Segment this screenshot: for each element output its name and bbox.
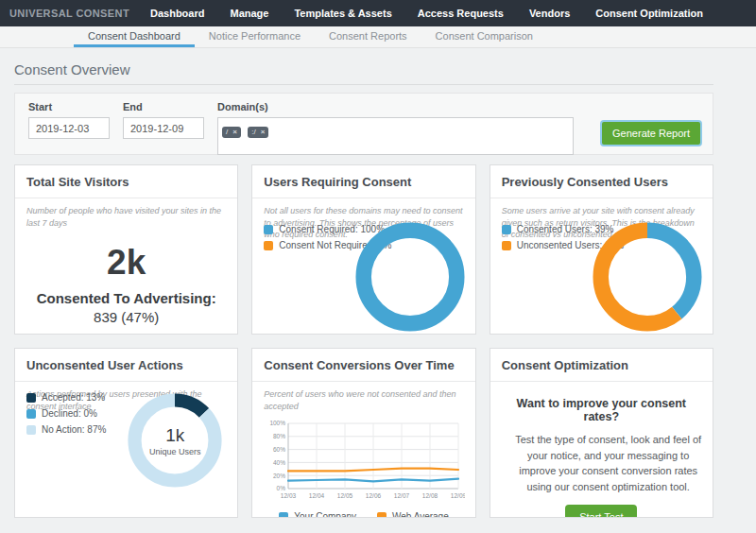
nav-item[interactable]: Manage <box>230 8 268 19</box>
optimization-body: Want to improve your consent rates? Test… <box>490 382 713 518</box>
svg-text:80%: 80% <box>273 433 285 439</box>
legend-swatch <box>264 225 273 234</box>
donut-chart-container <box>593 222 702 332</box>
legend-swatch <box>264 241 273 250</box>
domains-group: Domain(s) /× :/× <box>217 101 574 146</box>
previously-consented-users-card: Previously Consented Users Some users ar… <box>490 164 713 335</box>
donut-chart-container <box>355 222 465 332</box>
users-requiring-consent-card: Users Requiring Consent Not all users fo… <box>251 164 475 335</box>
remove-tag-icon[interactable]: × <box>232 129 237 136</box>
end-date-input[interactable] <box>123 117 204 139</box>
legend-item: Web Average <box>377 511 449 518</box>
svg-text:0%: 0% <box>277 485 286 491</box>
end-date-group: End <box>123 101 204 146</box>
legend-swatch <box>377 512 387 518</box>
domain-tag-label: / <box>226 129 228 136</box>
unique-users-value: 1k <box>165 425 184 446</box>
card-title: Consent Conversions Over Time <box>252 349 474 382</box>
svg-text:40%: 40% <box>273 459 285 466</box>
card-title: Users Requiring Consent <box>252 165 474 198</box>
card-title: Consent Optimization <box>490 349 713 382</box>
generate-report-button[interactable]: Generate Report <box>600 120 702 146</box>
legend-swatch <box>26 425 36 435</box>
domains-label: Domain(s) <box>217 101 574 112</box>
total-visitors-value: 2k <box>15 244 237 283</box>
consent-optimization-card: Consent Optimization Want to improve you… <box>490 348 713 518</box>
remove-tag-icon[interactable]: × <box>261 129 266 136</box>
consented-caption: Consented To Advertising: <box>15 290 237 306</box>
legend-item: Declined: 0% <box>26 408 106 419</box>
svg-text:100%: 100% <box>269 420 285 426</box>
legend-swatch <box>502 225 511 234</box>
tab[interactable]: Consent Dashboard <box>74 26 195 47</box>
tab[interactable]: Consent Comparison <box>421 26 547 47</box>
nav-item[interactable]: Templates & Assets <box>294 8 391 19</box>
nav-item[interactable]: Consent Optimization <box>595 8 703 19</box>
legend-swatch <box>26 409 36 419</box>
tab[interactable]: Notice Performance <box>195 26 315 47</box>
total-site-visitors-card: Total Site Visitors Number of people who… <box>14 164 238 335</box>
optimization-text: Test the type of consent, look and feel … <box>509 432 708 494</box>
chart-legend: Accepted: 13%Declined: 0%No Action: 87% <box>26 392 106 440</box>
svg-text:12/04: 12/04 <box>309 492 325 499</box>
svg-text:60%: 60% <box>273 446 285 453</box>
legend-label: Accepted: 13% <box>42 392 105 403</box>
legend-swatch <box>26 393 36 403</box>
card-subtitle: Percent of users who were not consented … <box>252 382 474 412</box>
svg-text:12/07: 12/07 <box>394 492 410 499</box>
domain-tag-label: :/ <box>251 129 255 136</box>
legend-label: Declined: 0% <box>42 408 97 419</box>
unique-users-label: Unique Users <box>149 447 201 456</box>
consented-value: 839 (47%) <box>15 309 237 325</box>
consent-conversions-card: Consent Conversions Over Time Percent of… <box>251 348 475 518</box>
donut-chart-container: 1k Unique Users <box>128 393 222 488</box>
card-subtitle: Number of people who have visited your s… <box>15 198 237 229</box>
legend-item: No Action: 87% <box>26 424 106 435</box>
nav-item[interactable]: Dashboard <box>150 8 204 19</box>
top-navbar: UNIVERSAL CONSENT Dashboard Manage Templ… <box>0 0 756 26</box>
legend-swatch <box>279 512 288 518</box>
legend-label: Your Company <box>294 511 356 518</box>
donut-center-label: 1k Unique Users <box>128 393 222 488</box>
legend-label: No Action: 87% <box>42 424 106 435</box>
legend-label: Web Average <box>392 511 449 518</box>
filter-panel: Start End Domain(s) /× :/× Generate Repo… <box>14 93 713 155</box>
domains-input[interactable]: /× :/× <box>217 117 574 155</box>
card-title: Total Site Visitors <box>15 165 237 198</box>
svg-text:12/03: 12/03 <box>281 492 297 499</box>
card-row-1: Total Site Visitors Number of people who… <box>14 164 713 335</box>
donut-chart <box>593 222 702 332</box>
page-title: Consent Overview <box>14 61 713 85</box>
line-chart: 0%20%40%60%80%100%12/0312/0412/0512/0612… <box>263 418 465 509</box>
domain-tag[interactable]: :/× <box>248 127 268 138</box>
card-title: Unconsented User Actions <box>15 349 237 382</box>
card-title: Previously Consented Users <box>490 165 713 198</box>
tab-bar: Consent Dashboard Notice Performance Con… <box>0 26 756 48</box>
nav-item[interactable]: Access Requests <box>418 8 504 19</box>
svg-text:12/06: 12/06 <box>366 492 382 499</box>
svg-text:12/05: 12/05 <box>337 492 353 499</box>
svg-text:12/08: 12/08 <box>422 492 438 499</box>
app-window: UNIVERSAL CONSENT Dashboard Manage Templ… <box>0 0 756 533</box>
nav-menu: Dashboard Manage Templates & Assets Acce… <box>150 8 729 19</box>
legend-item: Accepted: 13% <box>26 392 106 403</box>
start-test-button[interactable]: Start Test <box>565 505 637 518</box>
unconsented-user-actions-card: Unconsented User Actions Actions perform… <box>14 348 238 518</box>
domain-tag[interactable]: /× <box>222 127 241 138</box>
chart-legend: Your CompanyWeb Average <box>252 511 474 518</box>
donut-chart <box>355 222 465 332</box>
optimization-heading: Want to improve your consent rates? <box>509 397 694 423</box>
tab[interactable]: Consent Reports <box>315 26 421 47</box>
start-date-input[interactable] <box>28 117 110 139</box>
svg-text:12/09: 12/09 <box>451 492 465 499</box>
page-content: Consent Overview Start End Domain(s) /× … <box>14 61 713 518</box>
end-label: End <box>123 101 204 112</box>
nav-item[interactable]: Vendors <box>529 8 570 19</box>
svg-text:20%: 20% <box>273 473 285 479</box>
legend-item: Your Company <box>279 511 356 518</box>
card-row-2: Unconsented User Actions Actions perform… <box>14 348 713 518</box>
start-date-group: Start <box>28 101 110 146</box>
visitors-summary: 2k Consented To Advertising: 839 (47%) <box>15 229 237 325</box>
brand-logo: UNIVERSAL CONSENT <box>9 8 129 19</box>
start-label: Start <box>28 101 110 112</box>
